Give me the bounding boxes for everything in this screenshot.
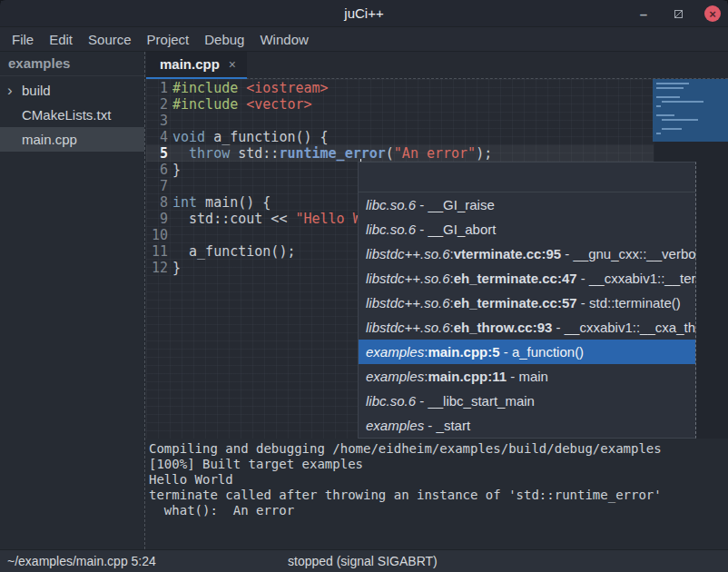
- line-number: 11: [146, 243, 168, 260]
- line-number: 2: [146, 96, 168, 113]
- frame-dash: -: [561, 246, 573, 261]
- minimap-code-bar: [662, 101, 703, 103]
- code-segment: main() {: [197, 194, 271, 211]
- menu-item-window[interactable]: Window: [260, 32, 308, 47]
- code-segment: #include: [172, 80, 238, 96]
- tree-item-label: main.cpp: [22, 127, 77, 152]
- code-line-3[interactable]: 3: [146, 113, 492, 129]
- tree-item-label: build: [22, 78, 51, 103]
- frame-dash: -: [552, 320, 564, 335]
- minimap-code-bar: [656, 105, 661, 107]
- project-name-header: examples: [0, 52, 144, 76]
- code-segment: std::cout <<: [172, 211, 295, 227]
- frame-module: libstdc++.so.6: [366, 320, 450, 335]
- frame-function: __libc_start_main: [428, 393, 535, 409]
- window-controls: – ×: [635, 0, 721, 27]
- backtrace-row-4[interactable]: libstdc++.so.6:eh_terminate.cc:47 - __cx…: [359, 266, 695, 291]
- frame-module: libc.so.6: [366, 222, 416, 237]
- restore-icon: [674, 10, 683, 18]
- file-tree: ›buildCMakeLists.txtmain.cpp: [0, 76, 144, 152]
- backtrace-row-2[interactable]: libc.so.6 - __GI_abort: [359, 217, 695, 242]
- frame-file-line: main.cpp:5: [428, 344, 499, 360]
- line-number: 1: [146, 80, 168, 96]
- frame-function: __cxxabiv1::__tern: [589, 271, 695, 286]
- code-text: a_function();: [172, 243, 295, 260]
- titlebar[interactable]: juCi++ – ×: [0, 0, 728, 27]
- tab-main-cpp[interactable]: main.cpp×: [146, 52, 247, 79]
- minimap-code-bar: [656, 96, 680, 98]
- close-button[interactable]: ×: [704, 5, 721, 22]
- minimize-button[interactable]: –: [635, 5, 652, 22]
- code-text: std::cout << "Hello W: [172, 211, 361, 227]
- juci-window: juCi++ – × FileEditSourceProjectDebugWin…: [0, 0, 728, 572]
- backtrace-row-7[interactable]: examples:main.cpp:5 - a_function(): [359, 340, 695, 364]
- frame-module: libstdc++.so.6: [366, 246, 450, 261]
- backtrace-list: libc.so.6 - __GI_raiselibc.so.6 - __GI_a…: [359, 192, 695, 438]
- frame-dash: -: [416, 197, 428, 212]
- minimap-visible-region[interactable]: [653, 79, 728, 142]
- file-tree-sidebar: examples ›buildCMakeLists.txtmain.cpp: [0, 52, 145, 549]
- code-segment: a_function() {: [205, 129, 328, 145]
- code-segment: ror: [361, 145, 386, 162]
- code-line-5[interactable]: 5 throw std::runtime_error("An error");: [146, 145, 492, 162]
- menu-item-file[interactable]: File: [12, 32, 34, 47]
- line-number: 9: [146, 211, 168, 227]
- menu-item-source[interactable]: Source: [88, 32, 132, 47]
- minimap-code-bar: [662, 119, 698, 121]
- code-text: }: [172, 162, 181, 178]
- popup-search-area[interactable]: [359, 163, 695, 192]
- frame-module: examples: [366, 418, 424, 433]
- backtrace-row-6[interactable]: libstdc++.so.6:eh_throw.cc:93 - __cxxabi…: [359, 315, 695, 340]
- frame-file-line: main.cpp:11: [428, 369, 507, 384]
- menu-item-debug[interactable]: Debug: [204, 32, 244, 47]
- backtrace-row-10[interactable]: examples - _start: [359, 413, 695, 438]
- backtrace-row-8[interactable]: examples:main.cpp:11 - main: [359, 364, 695, 389]
- backtrace-row-9[interactable]: libc.so.6 - __libc_start_main: [359, 389, 695, 413]
- backtrace-row-3[interactable]: libstdc++.so.6:vterminate.cc:95 - __gnu_…: [359, 242, 695, 266]
- frame-file-line: eh_throw.cc:93: [454, 320, 553, 335]
- code-segment: );: [476, 145, 492, 162]
- sidebar-item-main-cpp[interactable]: main.cpp: [0, 127, 144, 152]
- frame-module: examples: [366, 344, 424, 360]
- code-text: #include <vector>: [172, 96, 312, 113]
- frame-file-line: eh_terminate.cc:47: [454, 271, 577, 286]
- sidebar-item-cmakelists-txt[interactable]: CMakeLists.txt: [0, 103, 144, 127]
- frame-function: a_function(): [512, 344, 584, 360]
- expander-chevron-icon[interactable]: ›: [7, 78, 22, 103]
- minimap-code-bar: [656, 133, 661, 134]
- tree-item-label: CMakeLists.txt: [22, 103, 111, 127]
- code-line-4[interactable]: 4void a_function() {: [146, 129, 492, 145]
- line-number: 8: [146, 194, 168, 211]
- minimap-code-bar: [656, 87, 684, 89]
- sidebar-item-build[interactable]: ›build: [0, 78, 144, 103]
- frame-dash: -: [577, 271, 589, 286]
- terminal-output[interactable]: Compiling and debugging /home/eidheim/ex…: [146, 439, 728, 549]
- frame-function: __GI_abort: [428, 222, 496, 237]
- code-segment: [238, 80, 246, 96]
- status-debug-state: stopped (signal SIGABRT): [288, 550, 438, 572]
- code-text: #include <iostream>: [172, 80, 329, 96]
- frame-module: examples: [366, 369, 424, 384]
- menu-item-project[interactable]: Project: [147, 32, 190, 47]
- code-segment: [172, 145, 189, 162]
- tabbar: main.cpp×: [146, 52, 728, 79]
- code-segment: #include: [172, 96, 238, 113]
- code-segment: throw: [189, 145, 230, 162]
- frame-file-line: vterminate.cc:95: [454, 246, 561, 261]
- code-segment: }: [172, 162, 181, 178]
- backtrace-row-5[interactable]: libstdc++.so.6:eh_terminate.cc:57 - std:…: [359, 291, 695, 315]
- terminal-line: what(): An error: [149, 503, 728, 518]
- code-line-2[interactable]: 2#include <vector>: [146, 96, 492, 113]
- menu-item-edit[interactable]: Edit: [49, 32, 73, 47]
- code-segment: std::: [230, 145, 279, 162]
- code-segment: (: [386, 145, 394, 162]
- restore-button[interactable]: [670, 5, 686, 22]
- code-line-1[interactable]: 1#include <iostream>: [146, 80, 492, 96]
- code-segment: void: [172, 129, 205, 145]
- frame-function: main: [518, 369, 548, 384]
- code-text: throw std::runtime_error("An error");: [172, 145, 492, 162]
- tab-close-icon[interactable]: ×: [229, 52, 236, 77]
- code-segment: "Hello W: [295, 211, 360, 227]
- line-number: 12: [146, 260, 168, 276]
- backtrace-row-1[interactable]: libc.so.6 - __GI_raise: [359, 192, 695, 217]
